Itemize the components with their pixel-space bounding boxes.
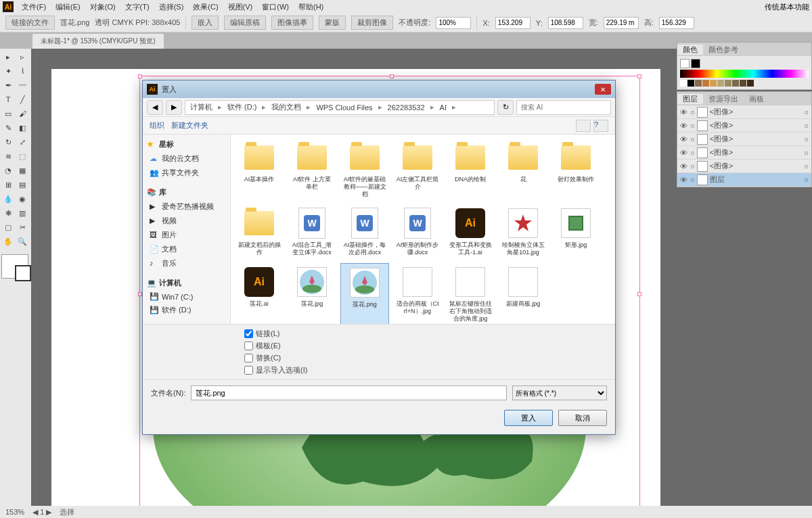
file-item[interactable]: AI基本操作 (235, 139, 284, 200)
menu-help[interactable]: 帮助(H) (294, 1, 328, 14)
color-spectrum[interactable] (680, 70, 809, 78)
layer-row[interactable]: 👁○图层○ (677, 173, 811, 187)
file-item[interactable]: AI软件 上方菜单栏 (288, 139, 336, 200)
cancel-button[interactable]: 取消 (558, 410, 607, 426)
file-list[interactable]: AI基本操作AI软件 上方菜单栏AI软件的最基础教程——新建文档AI左侧工具栏简… (231, 135, 615, 324)
file-item[interactable]: 莲花.png (340, 263, 389, 324)
artboard-tool[interactable]: ▢ (1, 220, 15, 234)
workspace-switcher[interactable]: 传统基本功能 (765, 2, 809, 12)
file-item[interactable]: 绘制棱角立体五角星101.jpg (499, 204, 547, 259)
file-item[interactable]: 鼠标左键按住往右下角拖动到适合的角度.jpg (446, 263, 495, 324)
file-item[interactable]: 新建画板.jpg (499, 263, 547, 324)
magic-wand-tool[interactable]: ✦ (1, 64, 15, 78)
menu-effect[interactable]: 效果(C) (189, 1, 222, 14)
mesh-tool[interactable]: ⊞ (1, 178, 15, 191)
graph-tool[interactable]: ▥ (16, 206, 29, 220)
show-import-checkbox[interactable]: 显示导入选项(I) (244, 365, 608, 375)
image-trace-button[interactable]: 图像描摹 (271, 16, 313, 30)
file-item[interactable]: Ai变形工具和变换工具-1.ai (446, 204, 495, 259)
line-tool[interactable]: ╱ (16, 93, 29, 106)
x-input[interactable] (495, 17, 531, 29)
opacity-input[interactable] (436, 17, 471, 29)
fill-stroke-swatch[interactable] (1, 254, 28, 279)
sidebar-library-header[interactable]: 📚库 (143, 185, 230, 199)
sidebar-lib-video1[interactable]: ▶爱奇艺热播视频 (143, 199, 230, 214)
tab-assets[interactable]: 资源导出 (703, 94, 744, 104)
view-mode-button[interactable] (576, 120, 591, 132)
sidebar-lib-pictures[interactable]: 🖼图片 (143, 228, 230, 242)
file-item[interactable]: AI软件的最基础教程——新建文档 (340, 139, 389, 200)
w-input[interactable] (604, 17, 639, 29)
sidebar-drive-d[interactable]: 💾软件 (D:) (143, 303, 230, 317)
curvature-tool[interactable]: 〰 (16, 78, 29, 92)
zoom-tool[interactable]: 🔍 (16, 235, 29, 248)
perspective-tool[interactable]: ▦ (16, 164, 29, 177)
sidebar-lib-documents[interactable]: 📄文档 (143, 242, 230, 256)
organize-button[interactable]: 组织 (150, 120, 164, 131)
breadcrumb[interactable]: 计算机▸ 软件 (D:)▸ 我的文档▸ WPS Cloud Files▸ 262… (185, 100, 495, 115)
nav-back-button[interactable]: ◀ (147, 100, 163, 115)
layer-row[interactable]: 👁○<图像>○ (677, 105, 811, 119)
scale-tool[interactable]: ⤢ (16, 135, 29, 149)
filename-input[interactable] (191, 385, 507, 400)
file-item[interactable]: 矩形.jpg (551, 204, 600, 259)
nav-forward-button[interactable]: ▶ (166, 100, 182, 115)
menu-file[interactable]: 文件(F) (18, 1, 50, 14)
mask-button[interactable]: 蒙版 (319, 16, 346, 30)
direct-selection-tool[interactable]: ▹ (16, 50, 29, 64)
file-item[interactable]: AI左侧工具栏简介 (393, 139, 442, 200)
search-input[interactable] (516, 100, 611, 115)
place-button[interactable]: 置入 (504, 410, 553, 426)
rectangle-tool[interactable]: ▭ (1, 107, 15, 120)
swatch-row[interactable] (680, 80, 809, 87)
sidebar-lib-music[interactable]: ♪音乐 (143, 256, 230, 270)
replace-checkbox[interactable]: 替换(C) (244, 353, 608, 363)
free-transform-tool[interactable]: ⬚ (16, 149, 29, 163)
symbol-sprayer-tool[interactable]: ❋ (1, 206, 15, 220)
paintbrush-tool[interactable]: 🖌 (16, 107, 29, 120)
file-item[interactable]: 适合的画板（Ctrl+N）.jpg (393, 263, 442, 324)
file-item[interactable]: 莲花.jpg (288, 263, 336, 324)
tab-artboards[interactable]: 画板 (744, 94, 769, 104)
sidebar-drive-c[interactable]: 💾Win7 (C:) (143, 290, 230, 303)
sidebar-computer-header[interactable]: 💻计算机 (143, 276, 230, 290)
h-input[interactable] (659, 17, 694, 29)
sidebar-lib-video2[interactable]: ▶视频 (143, 214, 230, 228)
link-checkbox[interactable]: 链接(L) (244, 329, 608, 339)
layer-row[interactable]: 👁○<图像>○ (677, 133, 811, 146)
page-nav[interactable]: ◀ 1 ▶ (32, 508, 51, 517)
file-item[interactable]: 新建文档后的操作 (235, 204, 284, 259)
type-tool[interactable]: T (1, 93, 15, 106)
eyedropper-tool[interactable]: 💧 (1, 192, 15, 206)
tab-layers[interactable]: 图层 (677, 94, 703, 104)
sidebar-cloud-docs[interactable]: ☁我的云文档 (143, 151, 230, 166)
selection-tool[interactable]: ▸ (1, 50, 15, 64)
refresh-button[interactable]: ↻ (497, 100, 514, 115)
edit-original-button[interactable]: 编辑原稿 (224, 16, 266, 30)
layer-row[interactable]: 👁○<图像>○ (677, 146, 811, 160)
width-tool[interactable]: ≋ (1, 149, 15, 163)
template-checkbox[interactable]: 模板(E) (244, 341, 608, 351)
layer-row[interactable]: 👁○<图像>○ (677, 119, 811, 133)
rotate-tool[interactable]: ↻ (1, 135, 15, 149)
file-item[interactable]: 花 (499, 139, 547, 200)
close-button[interactable]: ✕ (595, 84, 611, 95)
menu-window[interactable]: 窗口(W) (258, 1, 293, 14)
zoom-level[interactable]: 153% (5, 508, 24, 516)
menu-edit[interactable]: 编辑(E) (51, 1, 85, 14)
sidebar-shared[interactable]: 👥共享文件夹 (143, 166, 230, 180)
embed-button[interactable]: 嵌入 (191, 16, 219, 30)
linked-file-label[interactable]: 链接的文件 (5, 16, 55, 30)
slice-tool[interactable]: ✂ (16, 220, 29, 234)
sidebar-favorites[interactable]: ★星标 (143, 137, 230, 151)
gradient-tool[interactable]: ▤ (16, 178, 29, 191)
file-item[interactable]: Ai莲花.ai (235, 263, 284, 324)
y-input[interactable] (548, 17, 583, 29)
document-tab[interactable]: 未标题-1* @ 153% (CMYK/GPU 预览) (32, 34, 164, 49)
file-item[interactable]: 射灯效果制作 (551, 139, 600, 200)
blend-tool[interactable]: ◉ (16, 192, 29, 206)
help-button[interactable]: ? (593, 120, 608, 132)
file-item[interactable]: WAI混合工具_渐变立体字.docx (288, 204, 336, 259)
tab-color[interactable]: 颜色 (677, 45, 703, 55)
dialog-titlebar[interactable]: Ai 置入 ✕ (143, 80, 615, 98)
